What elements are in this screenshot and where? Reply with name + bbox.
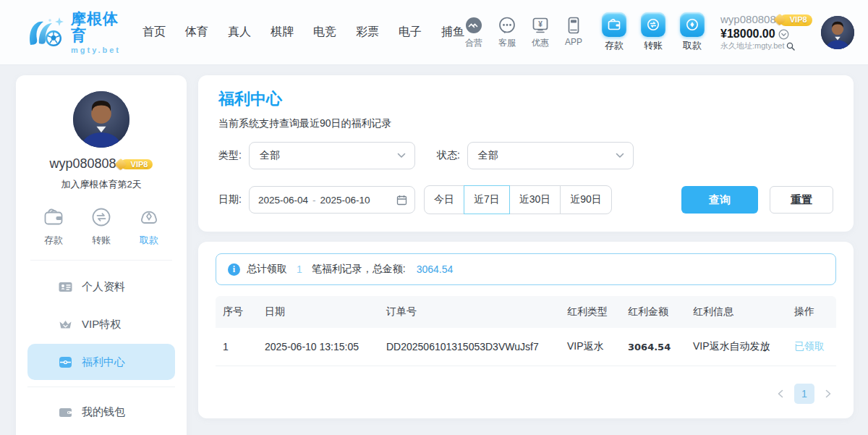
transfer-button[interactable]: 转账 bbox=[641, 12, 665, 52]
svg-text:¥: ¥ bbox=[538, 20, 542, 28]
brand-logo[interactable]: 摩根体育 mgty.bet bbox=[26, 10, 121, 54]
joined-days: 加入摩根体育第2天 bbox=[61, 178, 141, 191]
type-filter-label: 类型: bbox=[218, 149, 242, 162]
quick-range-group: 今日 近7日 近30日 近90日 bbox=[424, 185, 612, 214]
avatar[interactable] bbox=[821, 16, 854, 49]
wallet-icon bbox=[58, 405, 73, 420]
search-button[interactable]: 查询 bbox=[681, 186, 758, 214]
sidebar-item-welfare[interactable]: 福利中心 bbox=[27, 344, 175, 380]
sidebar-item-vip[interactable]: VIP特权 bbox=[27, 306, 175, 342]
summary-count: 1 bbox=[297, 263, 302, 275]
cell-info: VIP返水自动发放 bbox=[686, 328, 787, 366]
nav-item-esports[interactable]: 电竞 bbox=[313, 25, 336, 40]
deposit-button[interactable]: 存款 bbox=[602, 12, 626, 52]
app-download-button[interactable]: APP bbox=[564, 16, 583, 49]
col-bonus-type: 红利类型 bbox=[560, 296, 621, 328]
page-number-1[interactable]: 1 bbox=[794, 384, 814, 404]
col-date: 日期 bbox=[258, 296, 379, 328]
balance-refresh-icon[interactable] bbox=[778, 29, 789, 40]
range-7days-button[interactable]: 近7日 bbox=[464, 185, 510, 214]
sidebar-divider bbox=[30, 260, 172, 261]
type-select[interactable]: 全部 bbox=[249, 142, 415, 169]
page-title: 福利中心 bbox=[218, 88, 833, 110]
sidebar-withdraw-label: 取款 bbox=[140, 234, 158, 247]
customer-service-icon bbox=[498, 16, 516, 35]
user-info: wyp080808 VIP8 ¥18000.00 永久地址:mgty.bet bbox=[720, 13, 812, 51]
sidebar-menu: 个人资料 VIP特权 bbox=[16, 268, 187, 435]
nav-item-home[interactable]: 首页 bbox=[142, 25, 166, 40]
prev-page-icon[interactable] bbox=[777, 389, 784, 398]
status-select-value: 全部 bbox=[478, 149, 498, 162]
sidebar-item-vip-label: VIP特权 bbox=[82, 318, 121, 331]
results-card: i 总计领取1笔福利记录，总金额:3064.54 序号 日期 订单号 红利类型 … bbox=[198, 242, 854, 418]
promo-label: 优惠 bbox=[532, 37, 549, 49]
chevron-down-icon bbox=[616, 153, 624, 159]
search-url-icon[interactable] bbox=[786, 42, 795, 51]
cell-date: 2025-06-10 13:15:05 bbox=[258, 329, 379, 365]
summary-prefix: 总计领取 bbox=[247, 263, 287, 276]
nav-item-lottery[interactable]: 彩票 bbox=[356, 25, 379, 40]
sidebar-vip-badge: VIP8 bbox=[121, 159, 153, 169]
sidebar-item-wallet[interactable]: 我的钱包 bbox=[27, 394, 175, 430]
page-body: wyp080808 VIP8 加入摩根体育第2天 存款 bbox=[0, 65, 868, 435]
next-page-icon[interactable] bbox=[825, 389, 832, 398]
main-nav: 首页 体育 真人 棋牌 电竞 彩票 电子 捕鱼 bbox=[142, 25, 464, 40]
sidebar-item-welfare-label: 福利中心 bbox=[82, 355, 125, 369]
chevron-down-icon bbox=[397, 153, 406, 159]
transfer-outline-icon bbox=[90, 206, 113, 229]
date-filter-label: 日期: bbox=[218, 193, 242, 206]
crown-icon bbox=[58, 317, 73, 332]
cell-bonus-type: VIP返水 bbox=[560, 328, 621, 366]
sidebar: wyp080808 VIP8 加入摩根体育第2天 存款 bbox=[16, 75, 187, 435]
nav-item-slots[interactable]: 电子 bbox=[399, 25, 422, 40]
date-range-input[interactable]: 2025-06-04 - 2025-06-10 bbox=[249, 186, 415, 214]
date-start: 2025-06-04 bbox=[258, 195, 308, 206]
table-header: 序号 日期 订单号 红利类型 红利金额 红利信息 操作 bbox=[216, 296, 836, 328]
filters-card: 福利中心 当前系统支持查询最近90日的福利记录 类型: 全部 状态: 全部 bbox=[198, 75, 854, 232]
col-order: 订单号 bbox=[379, 296, 560, 328]
balance: ¥18000.00 bbox=[720, 27, 775, 41]
main-content: 福利中心 当前系统支持查询最近90日的福利记录 类型: 全部 状态: 全部 bbox=[198, 75, 854, 418]
sidebar-withdraw-button[interactable]: 取款 bbox=[137, 206, 161, 247]
nav-item-cards[interactable]: 棋牌 bbox=[271, 25, 294, 40]
nav-item-fishing[interactable]: 捕鱼 bbox=[441, 25, 464, 40]
promo-button[interactable]: ¥ 优惠 bbox=[531, 16, 550, 49]
sidebar-deposit-button[interactable]: 存款 bbox=[42, 206, 65, 247]
sidebar-item-profile[interactable]: 个人资料 bbox=[27, 269, 175, 305]
sidebar-deposit-label: 存款 bbox=[44, 234, 63, 247]
nav-item-live[interactable]: 真人 bbox=[228, 25, 251, 40]
status-select[interactable]: 全部 bbox=[467, 142, 634, 169]
date-separator: - bbox=[312, 195, 316, 206]
welfare-table: 序号 日期 订单号 红利类型 红利金额 红利信息 操作 1 2025-06-10… bbox=[216, 296, 836, 366]
sidebar-item-profile-label: 个人资料 bbox=[82, 280, 125, 294]
customer-service-label: 客服 bbox=[498, 37, 516, 49]
summary-alert: i 总计领取1笔福利记录，总金额:3064.54 bbox=[216, 253, 836, 285]
range-30days-button[interactable]: 近30日 bbox=[509, 185, 561, 214]
sidebar-transfer-button[interactable]: 转账 bbox=[90, 206, 113, 247]
pagination: 1 bbox=[216, 384, 836, 404]
partner-label: 合营 bbox=[465, 37, 482, 49]
app-label: APP bbox=[565, 37, 582, 47]
page-subtitle: 当前系统支持查询最近90日的福利记录 bbox=[218, 117, 833, 130]
type-select-value: 全部 bbox=[260, 149, 280, 162]
withdraw-label: 取款 bbox=[683, 39, 702, 52]
handshake-icon bbox=[464, 16, 483, 35]
partner-button[interactable]: 合营 bbox=[464, 16, 483, 49]
claimed-status-link[interactable]: 已领取 bbox=[787, 328, 836, 366]
withdraw-icon bbox=[680, 12, 705, 37]
nav-item-sports[interactable]: 体育 bbox=[185, 25, 208, 40]
vip-badge: VIP8 bbox=[780, 14, 812, 26]
withdraw-button[interactable]: 取款 bbox=[680, 12, 705, 52]
sidebar-username: wyp080808 bbox=[50, 156, 116, 172]
reset-button[interactable]: 重置 bbox=[770, 186, 833, 214]
customer-service-button[interactable]: 客服 bbox=[498, 16, 516, 49]
range-90days-button[interactable]: 近90日 bbox=[560, 185, 612, 214]
sidebar-item-records[interactable]: 交易记录 bbox=[27, 431, 175, 435]
date-end: 2025-06-10 bbox=[320, 195, 370, 206]
col-amount: 红利金额 bbox=[621, 296, 686, 328]
range-today-button[interactable]: 今日 bbox=[424, 185, 464, 214]
sidebar-avatar[interactable] bbox=[73, 91, 129, 148]
transfer-icon bbox=[641, 12, 665, 37]
summary-total: 3064.54 bbox=[417, 263, 454, 275]
col-action: 操作 bbox=[787, 296, 836, 328]
